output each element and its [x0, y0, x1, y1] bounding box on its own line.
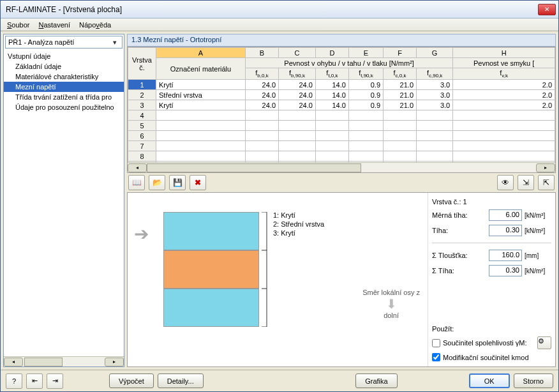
library-icon[interactable]: 📖: [128, 175, 145, 190]
next-icon[interactable]: ⇥: [47, 373, 63, 389]
prev-icon[interactable]: ⇤: [26, 373, 43, 389]
scroll-thumb[interactable]: [24, 358, 63, 366]
scroll-right-icon[interactable]: ▸: [536, 163, 555, 172]
layer-label: 1: Krytí: [273, 211, 324, 220]
grid-toolbar: 📖 📂 💾 ✖ 👁 ⇲ ⇱: [127, 173, 556, 192]
bottom-bar: ? ⇤ ⇥ Výpočet Detaily... Grafika OK Stor…: [1, 370, 558, 391]
layer-label: 2: Střední vrstva: [273, 220, 324, 229]
prop-label: Σ Tíha:: [432, 267, 486, 275]
scroll-thumb[interactable]: [147, 163, 361, 172]
gamma-checkbox[interactable]: [432, 339, 440, 347]
unit-label: [kN/m²]: [525, 268, 551, 275]
calculate-button[interactable]: Výpočet: [109, 373, 154, 388]
window-title: RF-LAMINATE - [Vrstvená plocha]: [6, 5, 538, 14]
prop-label: Tíha:: [432, 227, 486, 234]
layer-bar-2: [163, 250, 259, 289]
tree-item[interactable]: Základní údaje: [4, 61, 124, 72]
grid-hscroll[interactable]: ◂ ▸: [128, 162, 555, 172]
checkbox-label: Modifikační součinitel kmod: [443, 354, 529, 361]
case-combo[interactable]: PŘ1 - Analýza napětí ▾: [5, 36, 123, 49]
tree-item[interactable]: Materiálové charakteristiky: [4, 72, 124, 82]
view-icon[interactable]: 👁: [497, 175, 514, 190]
layer-stack: [163, 212, 259, 327]
tree-hscroll[interactable]: ◂ ▸: [4, 356, 124, 366]
data-grid[interactable]: Vrstvač.ABCDEFGHOznačení materiáluPevnos…: [127, 47, 556, 173]
layer-labels: 1: Krytí 2: Střední vrstva 3: Krytí: [273, 211, 324, 237]
menu-file[interactable]: Soubor: [3, 20, 33, 30]
checkbox-label: Součinitel spolehlivosti γM:: [443, 339, 526, 347]
export-out-icon[interactable]: ⇱: [538, 175, 555, 190]
unit-label: [mm]: [525, 252, 551, 259]
density-field[interactable]: 6.00: [489, 209, 522, 221]
preview-area: ➔ 1: Krytí 2: Střední vrstva 3: Krytí: [127, 192, 556, 367]
section-title: 1.3 Mezní napětí - Ortotropní: [127, 34, 556, 47]
layer-label: 3: Krytí: [273, 229, 324, 237]
weight-field[interactable]: 0.30: [489, 225, 522, 236]
open-icon[interactable]: 📂: [149, 175, 165, 190]
tree-item[interactable]: Údaje pro posouzení použitelno: [4, 102, 124, 112]
export-in-icon[interactable]: ⇲: [518, 175, 534, 190]
tree-item[interactable]: Mezní napětí: [4, 82, 124, 92]
combo-label: PŘ1 - Analýza napětí: [8, 38, 74, 46]
tree-root[interactable]: Vstupní údaje: [4, 51, 124, 61]
help-icon[interactable]: ?: [6, 373, 22, 389]
arrow-right-icon: ➔: [134, 223, 149, 245]
menubar: Soubor Nastavení Nápověda: [1, 19, 558, 31]
tree-item[interactable]: Třída trvání zatížení a třída pro: [4, 92, 124, 102]
menu-help[interactable]: Nápověda: [75, 20, 115, 30]
prop-label: Měrná tíha:: [432, 211, 486, 219]
bracket-icon: [262, 212, 271, 327]
delete-icon[interactable]: ✖: [190, 175, 206, 190]
scroll-left-icon[interactable]: ◂: [4, 358, 23, 366]
scroll-left-icon[interactable]: ◂: [128, 163, 147, 172]
details-button[interactable]: Detaily...: [158, 373, 204, 388]
axis-label: Směr lokální osy z ⬇ dolní: [362, 289, 420, 319]
cancel-button[interactable]: Storno: [514, 373, 553, 388]
arrow-down-icon: ⬇: [362, 296, 420, 312]
prop-label: Vrstva č.: 1: [432, 198, 551, 206]
layer-bar-1: [163, 212, 259, 250]
titlebar: RF-LAMINATE - [Vrstvená plocha] ✕: [1, 1, 558, 19]
layer-bar-3: [163, 289, 259, 327]
unit-label: [kN/m²]: [525, 227, 551, 234]
left-pane: PŘ1 - Analýza napětí ▾ Vstupní údaje Zák…: [3, 34, 124, 367]
menu-settings[interactable]: Nastavení: [34, 20, 74, 30]
scroll-right-icon[interactable]: ▸: [105, 358, 124, 366]
save-icon[interactable]: 💾: [169, 175, 186, 190]
properties-panel: Vrstva č.: 1 Měrná tíha: 6.00 [kN/m³] Tí…: [428, 193, 555, 366]
prop-label: Σ Tloušťka:: [432, 252, 486, 259]
ok-button[interactable]: OK: [469, 373, 510, 388]
kmod-checkbox[interactable]: [432, 353, 440, 361]
close-icon[interactable]: ✕: [538, 4, 556, 15]
use-label: Použít:: [432, 325, 551, 333]
thickness-field[interactable]: 160.0: [489, 250, 522, 261]
graphics-button[interactable]: Grafika: [355, 373, 397, 388]
chevron-down-icon: ▾: [110, 38, 119, 47]
unit-label: [kN/m³]: [525, 212, 551, 219]
gamma-settings-icon[interactable]: ⚙: [537, 336, 551, 349]
nav-tree: Vstupní údaje Základní údajeMateriálové …: [4, 50, 124, 356]
sum-weight-field[interactable]: 0.30: [489, 265, 522, 276]
